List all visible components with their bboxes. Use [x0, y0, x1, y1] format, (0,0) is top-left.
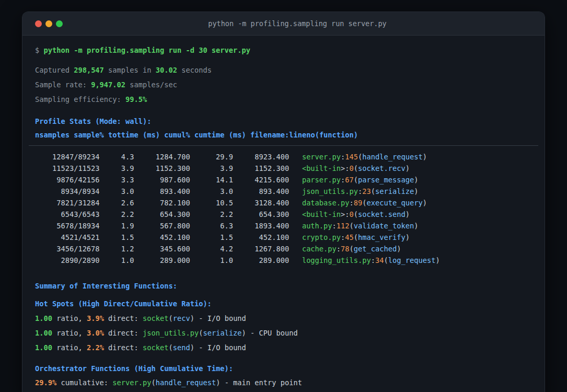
- table-row: 12847/892344.31284.70029.98923.400 serve…: [35, 151, 532, 163]
- orchestrator-line: 14.1% cumulative: parser.py(parse_messag…: [35, 389, 532, 392]
- close-button[interactable]: [35, 20, 42, 27]
- terminal-output: $ python -m profiling.sampling run -d 30…: [22, 36, 545, 392]
- orchestrator-header: Orchestrator Functions (High Cumulative …: [35, 361, 532, 376]
- table-row: 9876/421563.3987.60014.14215.600 parser.…: [35, 174, 532, 186]
- profile-stats-header: Profile Stats (Mode: wall):: [35, 114, 532, 129]
- table-row: 5678/189341.9567.8006.31893.400 auth.py:…: [35, 220, 532, 232]
- terminal-window: python -m profiling.sampling run server.…: [22, 11, 545, 392]
- hot-spots-header: Hot Spots (High Direct/Cumulative Ratio)…: [35, 296, 532, 311]
- table-divider: [29, 145, 538, 146]
- zoom-button[interactable]: [56, 20, 63, 27]
- summary-header: Summary of Interesting Functions:: [35, 279, 532, 293]
- table-row: 3456/126781.2345.6004.21267.800 cache.py…: [35, 243, 532, 255]
- orchestrator-line: 29.9% cumulative: server.py(handle_reque…: [35, 376, 532, 389]
- table-row: 8934/89343.0893.4003.0893.400 json_utils…: [35, 186, 532, 197]
- table-row: 4521/45211.5452.1001.5452.100 crypto.py:…: [35, 232, 532, 243]
- command-line: $ python -m profiling.sampling run -d 30…: [35, 43, 532, 57]
- table-row: 7821/312842.6782.10010.53128.400 databas…: [35, 197, 532, 209]
- hot-spot-line: 1.00 ratio, 3.9% direct: socket(recv) - …: [35, 311, 532, 326]
- traffic-lights: [35, 20, 63, 27]
- table-row: 2890/28901.0289.0001.0289.000 logging_ut…: [35, 255, 532, 266]
- stat-line: Sample rate: 9,947.02 samples/sec: [35, 77, 532, 92]
- stat-line: Captured 298,547 samples in 30.02 second…: [35, 63, 532, 77]
- hot-spot-line: 1.00 ratio, 2.2% direct: socket(send) - …: [35, 340, 532, 355]
- title-bar[interactable]: python -m profiling.sampling run server.…: [22, 12, 545, 36]
- table-columns-header: nsamples sample% tottime (ms) cumul% cum…: [35, 129, 532, 141]
- minimize-button[interactable]: [45, 20, 52, 27]
- table-row: 11523/115233.91152.3003.91152.300 <built…: [35, 163, 532, 174]
- stat-line: Sampling efficiency: 99.5%: [35, 92, 532, 107]
- window-title: python -m profiling.sampling run server.…: [63, 19, 532, 28]
- table-row: 6543/65432.2654.3002.2654.300 <built-in>…: [35, 209, 532, 220]
- hot-spot-line: 1.00 ratio, 3.0% direct: json_utils.py(s…: [35, 326, 532, 340]
